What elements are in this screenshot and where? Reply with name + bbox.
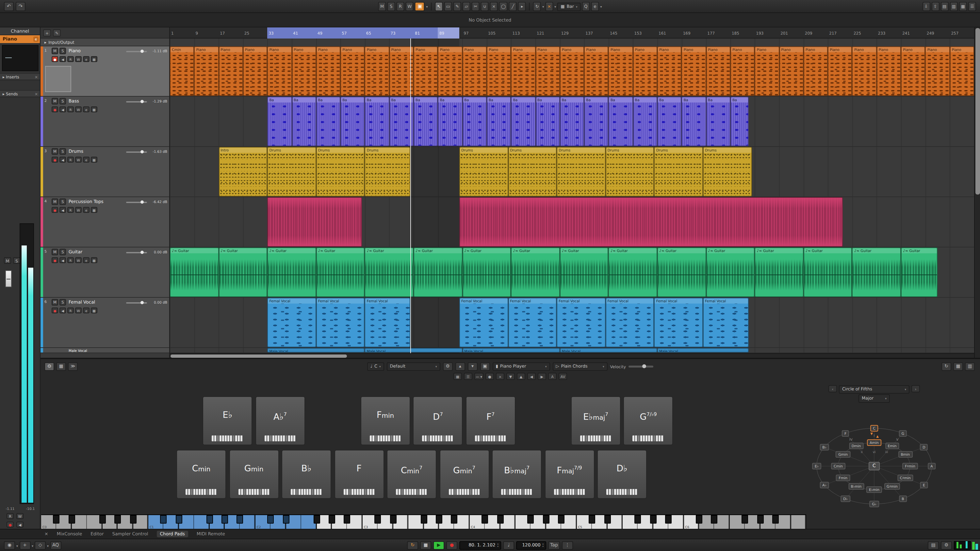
piano-key-black[interactable]: [772, 515, 779, 524]
toolbar-w-button[interactable]: W: [406, 2, 414, 11]
quantize-edit-button[interactable]: e: [591, 2, 599, 11]
clip-drums[interactable]: Drums: [703, 147, 752, 197]
cof-outer-gb[interactable]: G♭: [869, 501, 879, 507]
toolbar-m-button[interactable]: M: [378, 2, 386, 11]
cof-inner-csmin[interactable]: C♯min: [897, 475, 913, 481]
piano-key-black[interactable]: [329, 515, 335, 524]
track-mute-button[interactable]: M: [52, 48, 58, 54]
lane-bass[interactable]: BaBaBaBaBaBaBaBaBaBaBaBaBaBaBaBaBaBaBaBa: [170, 97, 974, 147]
track-monitor-button[interactable]: ◀: [59, 207, 66, 213]
clip-male-vocal[interactable]: Male Vocal: [267, 348, 364, 353]
preset-dropdown[interactable]: Default▾: [387, 362, 440, 370]
auto-punch-icon[interactable]: ▣: [415, 2, 425, 11]
chord-pad-fmaj7-9[interactable]: Fmaj7/9: [544, 450, 594, 499]
piano-keyboard[interactable]: C0C1C2C3C4C5C6: [41, 514, 806, 529]
stepper-down-icon[interactable]: ▾: [498, 545, 499, 548]
channel-track-name[interactable]: Pianoe: [0, 35, 40, 43]
toolbar-s-button[interactable]: S: [387, 2, 395, 11]
track-row-percussion-tops[interactable]: 4MSPercussion Tops-6.42 dB●◀RWe▦: [40, 197, 169, 248]
piano-key-black[interactable]: [696, 515, 702, 524]
cof-inner-bbmin[interactable]: B♭min: [848, 483, 864, 490]
tap-tempo-button[interactable]: Tap: [548, 541, 560, 550]
piano-key-black[interactable]: [313, 515, 320, 524]
clip-guitar[interactable]: ♪≈ Guitar: [560, 248, 609, 297]
track-mute-button[interactable]: M: [52, 148, 58, 155]
lane-guitar[interactable]: ♪≈ Guitar♪≈ Guitar♪≈ Guitar♪≈ Guitar♪≈ G…: [170, 248, 974, 298]
volume-knob[interactable]: [141, 100, 144, 103]
cof-outer-c[interactable]: C: [870, 425, 878, 432]
track-edit-button[interactable]: e: [83, 308, 89, 313]
tab-midi-remote[interactable]: MIDI Remote: [197, 531, 225, 537]
clip-piano[interactable]: Piano: [462, 46, 487, 96]
arrange-area[interactable]: CminPianoPianoPianoPianoPianoPianoPianoP…: [170, 38, 974, 353]
clip-piano[interactable]: Piano: [852, 46, 877, 96]
track-write-button[interactable]: W: [75, 157, 82, 162]
clip-piano[interactable]: Piano: [560, 46, 584, 96]
clip-femal-vocal[interactable]: Femal Vocal: [267, 298, 316, 347]
lane-male-vocal[interactable]: Male VocalMale VocalMale VocalMale Vocal…: [170, 348, 974, 353]
clip-guitar[interactable]: ♪≈ Guitar: [365, 248, 414, 297]
cof-inner-fmin[interactable]: Fmin: [836, 475, 850, 481]
list-view-icon[interactable]: ☰: [464, 373, 473, 380]
next-assistant-button[interactable]: ›: [912, 385, 920, 392]
edit-channel-button[interactable]: e: [33, 37, 38, 42]
chord-pad-d7[interactable]: D7: [413, 396, 463, 445]
clip-femal-vocal[interactable]: Femal Vocal: [459, 298, 508, 347]
clip-guitar[interactable]: ♪≈ Guitar: [609, 248, 657, 297]
clip-bass[interactable]: Ba: [609, 97, 633, 146]
track-monitor-button[interactable]: ◀: [59, 106, 66, 112]
lane-piano[interactable]: CminPianoPianoPianoPianoPianoPianoPianoP…: [170, 46, 974, 97]
clip-piano[interactable]: Piano: [926, 46, 950, 96]
clip-guitar[interactable]: ♪≈ Guitar: [706, 248, 755, 297]
player-dropdown[interactable]: ▮Piano Player▾: [493, 362, 550, 370]
move-down-icon[interactable]: ▼: [506, 373, 515, 380]
grid-view-icon[interactable]: ▦: [953, 362, 963, 370]
scale-mode-dropdown[interactable]: Major▾: [859, 394, 890, 403]
clip-bass[interactable]: Ba: [657, 97, 682, 146]
piano-key-black[interactable]: [711, 515, 718, 524]
chord-pad-gmin[interactable]: Gmin: [229, 450, 278, 499]
channel-eq-display[interactable]: [2, 45, 38, 71]
record-chords-icon[interactable]: ●: [485, 373, 494, 380]
clip-piano[interactable]: Piano: [511, 46, 535, 96]
chord-pad-f7[interactable]: F7: [466, 396, 515, 445]
horizontal-scrollbar[interactable]: [170, 353, 974, 358]
move-left-icon[interactable]: ◀: [527, 373, 536, 380]
quantize-button[interactable]: Q: [582, 2, 590, 11]
track-write-button[interactable]: W: [75, 106, 82, 112]
cof-outer-bb[interactable]: B♭: [819, 444, 829, 451]
cof-outer-d[interactable]: D: [920, 444, 928, 451]
play-button[interactable]: ▶: [433, 541, 444, 550]
lane-percussion-tops[interactable]: [170, 197, 974, 248]
hscroll-thumb[interactable]: [170, 354, 347, 358]
clip-guitar[interactable]: ♪≈ Guitar: [755, 248, 803, 297]
clip-bass[interactable]: Ba: [389, 97, 414, 146]
channel-fader[interactable]: [5, 270, 12, 287]
piano-key-black[interactable]: [161, 515, 167, 524]
clip-piano[interactable]: Piano: [950, 46, 974, 96]
clip-drums[interactable]: Drums: [316, 147, 365, 197]
track-volume-slider[interactable]: [126, 252, 147, 253]
track-mute-button[interactable]: M: [52, 249, 58, 255]
playhead-cursor[interactable]: [410, 38, 411, 353]
piano-key-black[interactable]: [742, 515, 748, 524]
piano-key-black[interactable]: [344, 515, 350, 524]
track-write-button[interactable]: W: [75, 257, 82, 263]
toolbar-r-button[interactable]: R: [396, 2, 404, 11]
tab-editor[interactable]: Editor: [91, 531, 103, 537]
cof-outer-f[interactable]: F: [842, 430, 849, 437]
clip-piano[interactable]: Piano: [243, 46, 267, 96]
clip-bass[interactable]: Ba: [487, 97, 511, 146]
clip-piano[interactable]: Piano: [609, 46, 633, 96]
clip-bass[interactable]: Ba: [365, 97, 390, 146]
marker-menu-icon[interactable]: ◇: [35, 541, 46, 550]
track-row-femal-vocal[interactable]: 6MSFemal Vocal0.00 dB●◀RWe▦: [40, 298, 169, 348]
piano-key-black[interactable]: [650, 515, 657, 524]
track-volume-slider[interactable]: [126, 302, 147, 303]
bypass-icon[interactable]: ×: [35, 91, 38, 97]
clip-drums[interactable]: Drums: [267, 147, 316, 197]
delete-pad-icon[interactable]: ×: [496, 373, 504, 380]
cof-inner-dmin[interactable]: Dmin: [849, 443, 864, 449]
clip-piano[interactable]: Piano: [267, 46, 292, 96]
clip-percussion-tops[interactable]: [459, 197, 843, 247]
